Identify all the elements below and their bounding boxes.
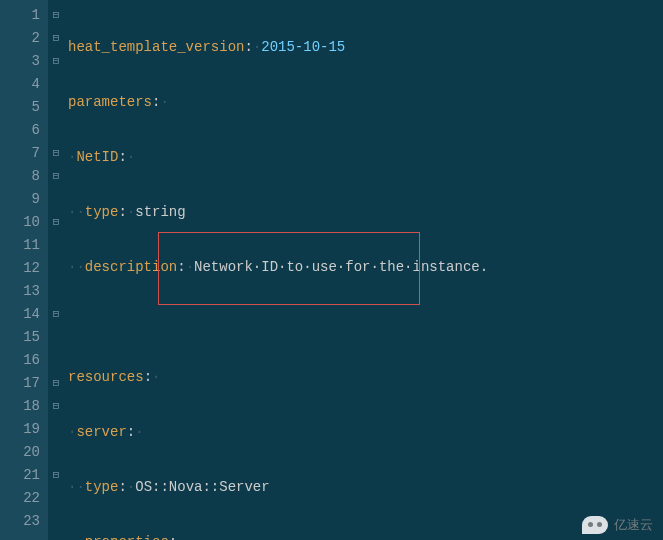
line-number: 8 [12,165,40,188]
fold-marker [48,234,64,257]
fold-marker [48,418,64,441]
line-number: 3 [12,50,40,73]
fold-marker [48,441,64,464]
code-line-3: ·NetID:· [64,146,663,169]
code-line-7: resources:· [64,366,663,389]
code-line-5: ··description:·Network·ID·to·use·for·the… [64,256,663,279]
fold-marker [48,487,64,510]
fold-gutter: ⊟ ⊟ ⊟ ⊟ ⊟ ⊟ ⊟ ⊟ ⊟ ⊟ [48,0,64,540]
fold-marker [48,349,64,372]
code-line-2: parameters:· [64,91,663,114]
fold-marker[interactable]: ⊟ [48,372,64,395]
fold-marker [48,257,64,280]
line-number: 18 [12,395,40,418]
line-number: 5 [12,96,40,119]
line-number: 12 [12,257,40,280]
fold-marker [48,188,64,211]
line-number: 6 [12,119,40,142]
fold-marker [48,326,64,349]
line-number: 10 [12,211,40,234]
line-number: 15 [12,326,40,349]
fold-marker[interactable]: ⊟ [48,211,64,234]
line-number: 2 [12,27,40,50]
line-number: 22 [12,487,40,510]
line-number: 11 [12,234,40,257]
code-area[interactable]: heat_template_version:·2015-10-15 parame… [64,0,663,540]
line-number: 14 [12,303,40,326]
fold-marker [48,73,64,96]
fold-marker[interactable]: ⊟ [48,395,64,418]
line-number: 19 [12,418,40,441]
code-line-8: ·server:· [64,421,663,444]
fold-marker [48,119,64,142]
line-number: 4 [12,73,40,96]
code-line-6 [64,311,663,334]
fold-marker [48,96,64,119]
fold-marker[interactable]: ⊟ [48,27,64,50]
fold-marker [48,280,64,303]
line-number: 9 [12,188,40,211]
watermark-text: 亿速云 [614,516,653,534]
fold-marker [48,510,64,533]
watermark: 亿速云 [582,516,653,534]
code-line-4: ··type:·string [64,201,663,224]
fold-marker[interactable]: ⊟ [48,4,64,27]
fold-marker[interactable]: ⊟ [48,165,64,188]
line-number-gutter: 1 2 3 4 5 6 7 8 9 10 11 12 13 14 15 16 1… [0,0,48,540]
line-number: 7 [12,142,40,165]
line-number: 16 [12,349,40,372]
fold-marker[interactable]: ⊟ [48,50,64,73]
fold-marker[interactable]: ⊟ [48,464,64,487]
fold-marker[interactable]: ⊟ [48,142,64,165]
line-number: 13 [12,280,40,303]
code-editor: 1 2 3 4 5 6 7 8 9 10 11 12 13 14 15 16 1… [0,0,663,540]
line-number: 21 [12,464,40,487]
fold-marker[interactable]: ⊟ [48,303,64,326]
line-number: 20 [12,441,40,464]
cloud-icon [582,516,608,534]
line-number: 1 [12,4,40,27]
code-line-10: ··properties:· [64,531,663,540]
code-line-9: ··type:·OS::Nova::Server [64,476,663,499]
code-line-1: heat_template_version:·2015-10-15 [64,36,663,59]
line-number: 17 [12,372,40,395]
line-number: 23 [12,510,40,533]
